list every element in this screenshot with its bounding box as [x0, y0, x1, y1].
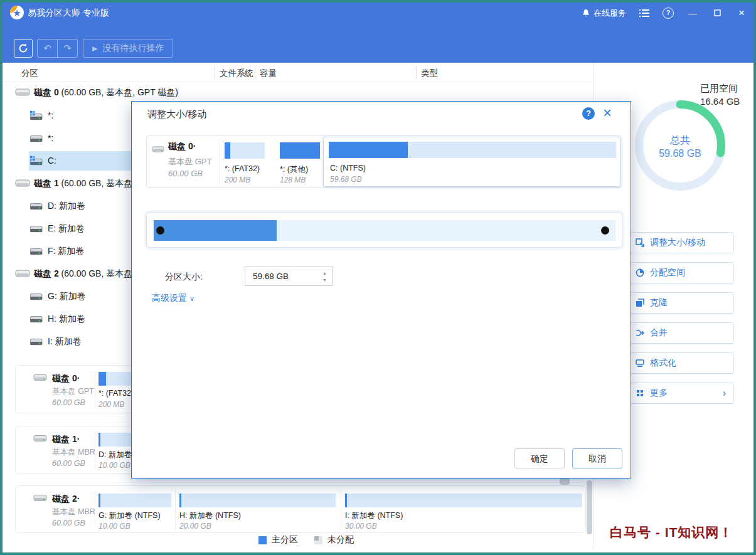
tree-item-efi[interactable]: *:: [48, 106, 53, 125]
play-icon: ▶: [92, 45, 97, 53]
action-merge[interactable]: 合并: [629, 322, 734, 344]
resize-slider: [146, 212, 622, 248]
partition-icon: [30, 134, 43, 142]
primary-partition-swatch: [258, 536, 267, 544]
dialog-close-icon[interactable]: ×: [603, 104, 612, 122]
disk-icon: [33, 374, 47, 381]
redo-button[interactable]: ↷: [58, 40, 77, 57]
chevron-right-icon: ›: [723, 388, 726, 399]
total-value: 59.68 GB: [635, 148, 725, 159]
maximize-button[interactable]: [711, 8, 723, 18]
tree-item-d[interactable]: D: 新加卷: [48, 196, 85, 215]
dialog-partition-c[interactable]: C: (NTFS) 59.68 GB: [323, 137, 620, 187]
legend-unallocated-label: 未分配: [327, 534, 354, 546]
partition-size-value: 59.68 GB: [253, 267, 289, 285]
more-icon: [636, 389, 644, 398]
action-format[interactable]: 格式化: [629, 352, 734, 374]
total-label: 总共: [635, 134, 725, 147]
action-clone[interactable]: 克隆: [629, 292, 734, 314]
dialog-disk-strip: 磁盘 0· 基本盘 GPT 60.00 GB *: (FAT32) 200 MB…: [146, 135, 622, 188]
partition-icon: [30, 315, 43, 323]
bell-icon: [582, 9, 590, 18]
dialog-partition-msr[interactable]: [280, 142, 320, 159]
tree-item-disk0[interactable]: 磁盘 0 (60.00 GB, 基本盘, GPT 磁盘): [34, 83, 178, 102]
resize-move-icon: [636, 238, 644, 247]
disk-icon: [33, 494, 47, 502]
tree-item-e[interactable]: E: 新加卷: [48, 219, 85, 238]
app-title: 易我分区大师 专业版: [28, 8, 109, 19]
disk-icon: [15, 88, 30, 97]
pending-operations-label: 没有待执行操作: [102, 43, 164, 54]
tree-item-msr[interactable]: *:: [48, 129, 53, 147]
partition-size-label: 分区大小:: [165, 267, 203, 286]
pending-operations-button[interactable]: ▶ 没有待执行操作: [83, 39, 173, 58]
dialog-partition-efi[interactable]: [225, 142, 265, 159]
online-service-button[interactable]: 在线服务: [582, 8, 626, 19]
advanced-settings-link[interactable]: 高级设置 ∨: [152, 293, 194, 304]
titlebar: ★ 易我分区大师 专业版 在线服务 ? — ×: [3, 3, 753, 24]
spinner-down-icon[interactable]: ▼: [322, 278, 327, 282]
action-allocate-space[interactable]: 分配空间: [629, 262, 734, 283]
partition-bar-g[interactable]: [98, 494, 171, 507]
feedback-list-icon[interactable]: [639, 9, 649, 17]
minimize-button[interactable]: —: [687, 8, 698, 18]
spinner-up-icon[interactable]: ▲: [322, 271, 327, 275]
tree-item-c[interactable]: C:: [48, 151, 56, 170]
tree-item-h[interactable]: H: 新加卷: [48, 309, 85, 328]
partition-bar-h[interactable]: [179, 494, 336, 507]
system-partition-icon: [30, 156, 43, 166]
tree-item-disk2[interactable]: 磁盘 2 (60.00 GB, 基本盘: [34, 264, 132, 283]
undo-redo-group: ↶ ↷: [37, 39, 78, 58]
format-icon: [636, 359, 644, 367]
help-icon[interactable]: ?: [663, 8, 674, 19]
slider-left-handle[interactable]: [156, 226, 164, 235]
partition-icon: [30, 225, 43, 233]
column-capacity[interactable]: 容量: [260, 68, 277, 79]
action-resize-move[interactable]: 调整大小/移动: [629, 232, 734, 253]
partition-icon: [30, 247, 43, 255]
close-button[interactable]: ×: [736, 7, 747, 19]
used-space-label: 已用空间: [700, 83, 738, 95]
resize-move-dialog: 调整大小/移动 ? × 磁盘 0· 基本盘 GPT 60.00 GB *: (F…: [131, 101, 631, 478]
dialog-help-icon[interactable]: ?: [582, 107, 595, 120]
partition-icon: [30, 202, 43, 210]
partition-icon: [30, 292, 43, 300]
app-logo-icon: ★: [10, 6, 24, 19]
dialog-title: 调整大小/移动: [147, 108, 206, 120]
partition-bar-i[interactable]: [345, 494, 582, 507]
disk-map-disk2[interactable]: 磁盘 2· 基本盘 MBR 60.00 GB G: 新加卷 (NTFS) 10.…: [15, 485, 586, 533]
tree-item-disk1[interactable]: 磁盘 1 (60.00 GB, 基本盘: [34, 174, 132, 193]
system-partition-icon: [30, 111, 43, 120]
partition-bar: [329, 142, 616, 158]
refresh-button[interactable]: [14, 39, 33, 58]
legend: 主分区 未分配: [258, 534, 354, 546]
tree-item-i[interactable]: I: 新加卷: [48, 332, 82, 351]
disk-icon: [33, 435, 47, 442]
toolbar: ↶ ↷ ▶ 没有待执行操作 迁移操作系统 克隆: [3, 24, 753, 63]
online-service-label: 在线服务: [594, 8, 626, 19]
partition-size-input[interactable]: 59.68 GB ▲ ▼: [245, 267, 333, 286]
allocate-space-icon: [636, 268, 644, 277]
vertical-scrollbar[interactable]: [587, 480, 592, 534]
watermark-text: 白马号 - IT知识网！: [610, 524, 753, 541]
action-more[interactable]: 更多 ›: [629, 383, 734, 404]
tree-item-g[interactable]: G: 新加卷: [48, 287, 86, 305]
ok-button[interactable]: 确定: [514, 448, 565, 468]
column-filesystem[interactable]: 文件系统: [220, 68, 253, 79]
disk-icon: [15, 270, 30, 278]
unallocated-swatch: [314, 536, 322, 544]
column-partition[interactable]: 分区: [21, 68, 38, 79]
merge-icon: [636, 329, 644, 337]
slider-used-fill: [154, 220, 277, 241]
partition-icon: [30, 337, 43, 346]
disk-icon: [15, 179, 30, 188]
tree-item-f[interactable]: F: 新加卷: [48, 241, 84, 260]
chevron-down-icon: ∨: [189, 295, 194, 302]
app-window: ★ 易我分区大师 专业版 在线服务 ? — × ↶: [3, 3, 753, 552]
clone-icon: [636, 299, 644, 307]
slider-right-handle[interactable]: [601, 226, 609, 235]
legend-primary-label: 主分区: [272, 534, 298, 546]
column-type[interactable]: 类型: [421, 68, 438, 79]
undo-button[interactable]: ↶: [38, 40, 57, 57]
cancel-button[interactable]: 取消: [572, 448, 622, 468]
